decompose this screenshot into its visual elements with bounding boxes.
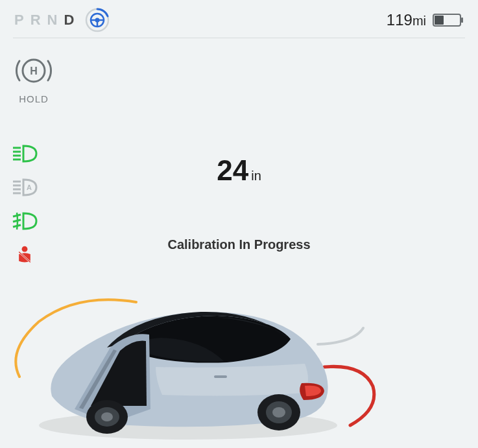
range-value: 119 [387,11,412,29]
top-bar-left: P R N D [14,7,110,33]
car-body [51,312,328,434]
indicator-column: A [12,144,38,265]
battery-icon [433,12,464,28]
status-message: Calibration In Progress [167,237,310,252]
hold-label: HOLD [13,93,54,104]
gear-r: R [30,12,43,29]
svg-text:A: A [27,183,32,191]
headlight-auto-icon: A [12,178,38,197]
gear-d: D [64,12,77,29]
svg-point-22 [22,246,28,252]
distance-display: 24in [167,154,310,187]
top-bar-right: 119mi [387,11,464,29]
autosteer-icon [84,7,110,33]
svg-rect-32 [214,375,227,378]
range-unit: mi [412,14,426,28]
top-bar: P R N D 119mi [0,0,478,38]
brake-hold-icon: H [14,54,53,87]
vehicle-visualization [0,279,478,448]
range-display: 119mi [387,11,426,29]
gear-n: N [47,12,60,29]
hold-indicator: H HOLD [13,54,54,104]
svg-rect-7 [435,16,444,25]
center-content: 24in Calibration In Progress [167,154,310,252]
svg-text:H: H [30,65,38,77]
distance-unit: in [251,169,261,183]
foglight-icon [12,211,38,231]
divider [13,38,465,38]
distance-value: 24 [217,154,248,186]
svg-point-28 [272,407,285,418]
gear-p: P [14,12,27,29]
gear-selector: P R N D [14,12,77,29]
headlight-high-icon [12,144,38,163]
seatbelt-icon [12,245,38,265]
svg-point-31 [101,412,113,421]
svg-rect-6 [461,18,463,23]
